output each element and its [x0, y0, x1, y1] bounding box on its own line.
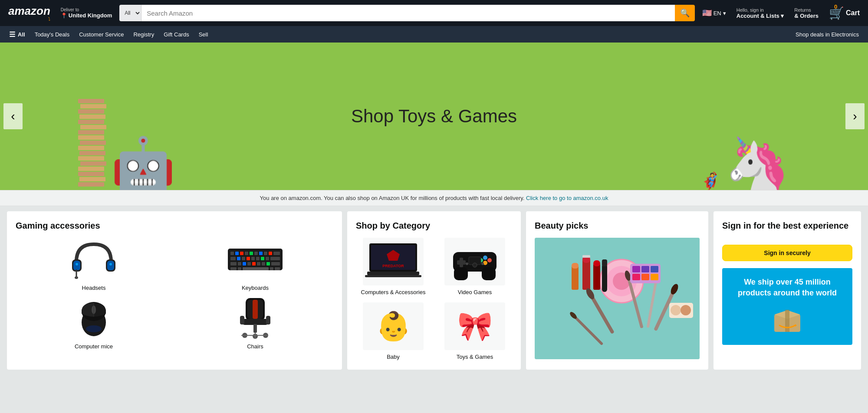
mice-label: Computer mice: [75, 343, 113, 350]
chevron-down-icon: ▾: [723, 10, 726, 16]
svg-rect-49: [253, 300, 258, 319]
gaming-item-chairs[interactable]: Chairs: [177, 296, 333, 350]
deliver-to[interactable]: Deliver to 📍 United Kingdom: [58, 5, 115, 21]
nav-todays-deals[interactable]: Today's Deals: [30, 28, 75, 41]
svg-rect-37: [230, 267, 237, 270]
beauty-title: Beauty picks: [535, 221, 700, 231]
shipping-box-icon: [770, 304, 805, 336]
svg-rect-50: [242, 319, 268, 325]
svg-rect-25: [261, 257, 264, 260]
amazon-uk-link[interactable]: Click here to go to amazon.co.uk: [526, 195, 608, 201]
hero-next-button[interactable]: ›: [845, 103, 865, 129]
toys-image: 🎀: [444, 302, 505, 350]
svg-rect-20: [237, 257, 240, 260]
hero-prev-button[interactable]: ‹: [3, 103, 23, 129]
svg-rect-36: [271, 262, 280, 266]
svg-rect-113: [785, 310, 789, 332]
svg-rect-38: [238, 267, 241, 270]
returns-button[interactable]: Returns & Orders: [791, 5, 822, 21]
headsets-label: Headsets: [82, 285, 106, 291]
baby-label: Baby: [387, 354, 400, 360]
svg-point-77: [473, 263, 477, 267]
svg-rect-110: [602, 259, 607, 266]
svg-rect-104: [641, 274, 649, 280]
svg-rect-16: [264, 252, 267, 255]
headsets-image: [66, 238, 122, 281]
nav-shop-deals[interactable]: Shop deals in Electronics: [791, 28, 864, 41]
cart-button[interactable]: 🛒 0 Cart: [826, 4, 863, 23]
svg-point-5: [75, 276, 78, 279]
beauty-image[interactable]: [535, 238, 700, 359]
svg-point-46: [86, 325, 102, 332]
amazon-logo[interactable]: amazon ⤵: [5, 3, 53, 23]
svg-rect-101: [641, 266, 649, 272]
returns-label: Returns: [794, 7, 819, 13]
nav-customer-service[interactable]: Customer Service: [74, 28, 128, 41]
category-item-computers[interactable]: PREDATOR Computers & Accessories: [356, 238, 431, 295]
category-item-baby[interactable]: 👶 Baby: [356, 302, 431, 360]
svg-point-71: [487, 258, 492, 262]
search-button[interactable]: 🔍: [675, 5, 695, 21]
svg-rect-33: [257, 262, 260, 266]
gaming-item-headsets[interactable]: Headsets: [16, 238, 172, 291]
chairs-label: Chairs: [247, 343, 263, 350]
computers-label: Computers & Accessories: [361, 289, 426, 295]
svg-point-70: [483, 256, 487, 260]
gaming-title: Gaming accessories: [16, 221, 333, 231]
svg-rect-15: [259, 252, 263, 255]
gaming-item-keyboards[interactable]: Keyboards: [177, 238, 333, 291]
svg-rect-27: [270, 257, 280, 260]
hero-banner: ‹: [0, 43, 868, 190]
location-pin-icon: 📍: [61, 13, 67, 19]
account-button[interactable]: Hello, sign in Account & Lists ▾: [733, 5, 787, 21]
cart-count: 0: [834, 3, 837, 10]
beauty-card: Beauty picks: [526, 211, 708, 370]
svg-rect-31: [247, 262, 251, 266]
svg-rect-63: [367, 272, 419, 275]
svg-rect-82: [582, 259, 590, 290]
svg-rect-34: [262, 262, 265, 266]
cart-label: Cart: [846, 9, 860, 17]
svg-rect-30: [243, 262, 246, 266]
search-input[interactable]: [141, 5, 674, 21]
hero-left-image: 🤖: [78, 99, 176, 190]
svg-rect-24: [256, 257, 260, 260]
svg-rect-51: [240, 316, 244, 324]
gaming-item-mice[interactable]: Computer mice: [16, 296, 172, 350]
svg-rect-69: [457, 260, 466, 265]
header: amazon ⤵ Deliver to 📍 United Kingdom All…: [0, 0, 868, 26]
nav-registry[interactable]: Registry: [128, 28, 159, 41]
search-category-select[interactable]: All: [119, 5, 141, 21]
flag-icon: 🇺🇸: [702, 8, 712, 18]
category-item-toys[interactable]: 🎀 Toys & Games: [437, 302, 512, 360]
svg-rect-103: [632, 274, 640, 280]
svg-rect-21: [242, 257, 245, 260]
toys-label: Toys & Games: [457, 354, 493, 360]
svg-rect-18: [273, 252, 280, 255]
svg-point-75: [466, 262, 468, 265]
svg-rect-105: [651, 274, 658, 280]
category-title: Shop by Category: [356, 221, 512, 231]
unicorn-image: 🦄: [725, 138, 790, 190]
hero-banner-wrapper: ‹: [0, 43, 868, 190]
keyboards-image: [227, 238, 283, 281]
svg-rect-52: [266, 316, 270, 324]
category-card: Shop by Category PREDATOR: [347, 211, 521, 370]
svg-rect-87: [572, 266, 579, 290]
all-menu-button[interactable]: ☰ All: [4, 27, 30, 42]
nav-sell[interactable]: Sell: [194, 28, 213, 41]
nav-gift-cards[interactable]: Gift Cards: [159, 28, 194, 41]
hero-text: Shop Toys & Games: [351, 106, 517, 127]
svg-point-7: [109, 263, 112, 266]
svg-point-108: [681, 305, 691, 315]
svg-rect-88: [572, 263, 579, 269]
language-selector[interactable]: 🇺🇸 EN ▾: [699, 6, 729, 20]
hamburger-icon: ☰: [9, 30, 15, 39]
category-item-videogames[interactable]: Video Games: [437, 238, 512, 295]
svg-text:PREDATOR: PREDATOR: [382, 264, 404, 268]
shipping-title: We ship over 45 million products around …: [731, 277, 844, 298]
signin-button[interactable]: Sign in securely: [722, 245, 852, 261]
svg-rect-11: [240, 252, 243, 255]
videogames-label: Video Games: [458, 289, 492, 295]
svg-rect-100: [632, 266, 640, 272]
